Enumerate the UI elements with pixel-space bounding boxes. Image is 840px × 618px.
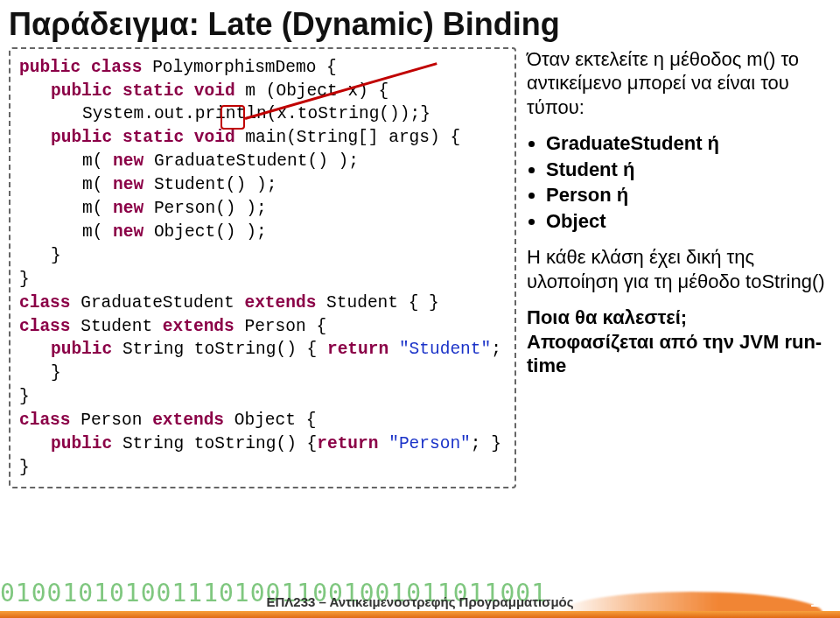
page-number: 17: [810, 593, 828, 611]
content-row: public class PolymorphismDemo { public s…: [0, 42, 840, 488]
code-line-16: public String toString() {return "Person…: [19, 432, 506, 456]
type-list: GraduateStudent ή Student ή Person ή Obj…: [527, 131, 831, 233]
code-line-17: }: [19, 456, 506, 480]
code-line-14: }: [19, 385, 506, 409]
code-line-8: m( new Object() );: [19, 221, 506, 244]
code-line-6: m( new Student() );: [19, 173, 506, 197]
explanation-column: Όταν εκτελείτε η μέθοδος m() το αντικείμ…: [527, 42, 831, 488]
slide-footer: 01001010100111010011001001011011001 ΕΠΛ2…: [0, 579, 840, 618]
explanation-paragraph-1: Όταν εκτελείτε η μέθοδος m() το αντικείμ…: [527, 47, 831, 120]
explanation-paragraph-2: Η κάθε κλάση έχει δική της υλοποίηση για…: [527, 245, 831, 293]
footer-course-label: ΕΠΛ233 – Αντικειμενοστρεφής Προγραμματισ…: [266, 594, 573, 609]
list-item: GraduateStudent ή: [546, 131, 831, 156]
code-line-1: public class PolymorphismDemo {: [19, 56, 506, 80]
code-line-15: class Person extends Object {: [19, 409, 506, 432]
code-block: public class PolymorphismDemo { public s…: [9, 47, 516, 488]
code-line-2: public static void m (Object x) {: [19, 80, 506, 103]
slide-title: Παράδειγμα: Late (Dynamic) Binding: [0, 0, 840, 42]
slide: Παράδειγμα: Late (Dynamic) Binding publi…: [0, 0, 840, 618]
code-line-3: System.out.println(x.toString());}: [19, 102, 506, 126]
code-line-5: m( new GraduateStudent() );: [19, 150, 506, 173]
code-line-12: class Student extends Person {: [19, 315, 506, 339]
code-line-13: public String toString() { return "Stude…: [19, 338, 506, 385]
list-item: Object: [546, 209, 831, 234]
code-line-4: public static void main(String[] args) {: [19, 126, 506, 150]
code-line-7: m( new Person() );: [19, 197, 506, 221]
list-item: Student ή: [546, 158, 831, 182]
explanation-paragraph-3: Ποια θα καλεστεί; Αποφασίζεται από την J…: [527, 305, 831, 378]
orange-strip: [0, 611, 840, 618]
list-item: Person ή: [546, 183, 831, 207]
code-line-11: class GraduateStudent extends Student { …: [19, 291, 506, 315]
code-line-10: }: [19, 268, 506, 291]
code-line-9: }: [19, 244, 506, 268]
